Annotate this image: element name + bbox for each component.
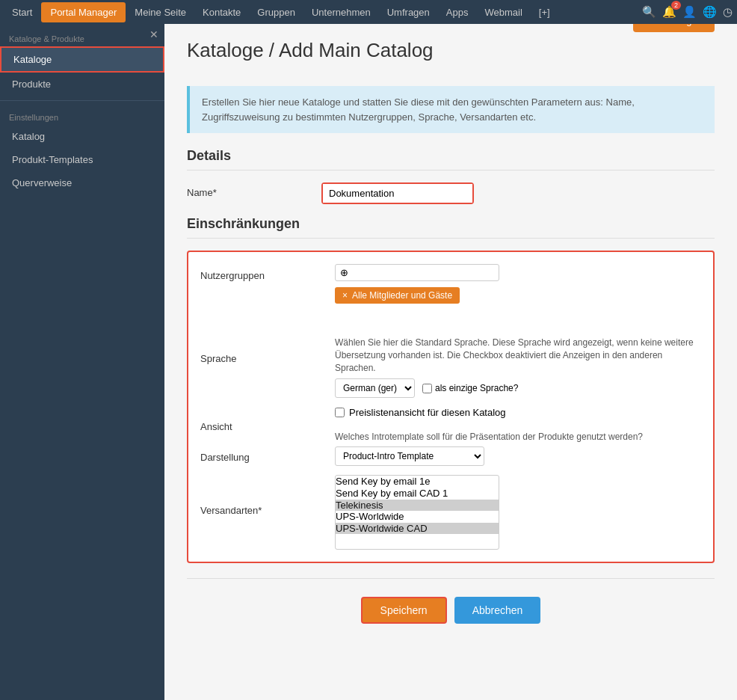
tag-label: Alle Mitglieder und Gäste	[352, 290, 452, 301]
nav-apps[interactable]: Apps	[439, 4, 476, 21]
details-section-title: Details	[187, 148, 715, 171]
nutzergruppen-label: Nutzergruppen	[200, 264, 335, 287]
form-footer: Speichern Abbrechen	[187, 597, 715, 639]
sprache-label: Sprache	[200, 347, 335, 370]
name-input-wrapper	[321, 182, 474, 204]
name-field	[321, 182, 715, 204]
preisliste-label: Preislistenansicht für diesen Katalog	[349, 407, 506, 418]
top-navigation: Start Portal Manager Meine Seite Kontakt…	[0, 0, 737, 24]
sprache-field: Wählen Sie hier die Standard Sprache. Di…	[335, 337, 701, 398]
nav-gruppen[interactable]: Gruppen	[250, 4, 303, 21]
sprache-checkbox-text: als einzige Sprache?	[435, 383, 518, 393]
nav-start[interactable]: Start	[4, 4, 40, 21]
sidebar-section-einstellungen: Einstellungen	[0, 105, 164, 125]
spacer1	[335, 313, 701, 328]
sprache-checkbox-label: als einzige Sprache?	[422, 383, 518, 393]
sidebar: ✕ Kataloge & Produkte Kataloge Produkte …	[0, 24, 164, 700]
sidebar-item-produkte[interactable]: Produkte	[0, 73, 164, 96]
sidebar-item-querverweise[interactable]: Querverweise	[0, 171, 164, 194]
nutzergruppen-field: ⊕ × Alle Mitglieder und Gäste	[335, 264, 701, 304]
user-icon[interactable]: 👤	[682, 5, 697, 19]
search-icon[interactable]: 🔍	[642, 5, 656, 19]
nav-meine-seite[interactable]: Meine Seite	[127, 4, 194, 21]
sidebar-item-kataloge[interactable]: Kataloge	[0, 46, 164, 73]
add-button[interactable]: + Hinzufügen	[633, 24, 715, 32]
restrictions-box: Nutzergruppen Sprache Ansicht Darstellun…	[187, 251, 715, 563]
save-button[interactable]: Speichern	[361, 597, 447, 624]
darstellung-field: Welches Introtemplate soll für die Präse…	[335, 432, 701, 466]
notifications-icon[interactable]: 🔔2	[662, 5, 676, 19]
versandarten-listbox[interactable]: Send Key by email 1e Send Key by email C…	[335, 475, 499, 550]
preisliste-checkbox[interactable]	[335, 408, 345, 417]
top-nav-right: 🔍 🔔2 👤 🌐 ◷	[642, 5, 733, 19]
main-layout: ✕ Kataloge & Produkte Kataloge Produkte …	[0, 24, 737, 700]
versand-option-4[interactable]: UPS-Worldwide	[336, 511, 499, 523]
sprache-info: Wählen Sie hier die Standard Sprache. Di…	[335, 337, 701, 374]
sidebar-divider	[0, 100, 164, 101]
nav-umfragen[interactable]: Umfragen	[380, 4, 437, 21]
restrictions-fields: ⊕ × Alle Mitglieder und Gäste Wählen Sie…	[335, 264, 701, 550]
restrictions-section-title: Einschränkungen	[187, 216, 715, 239]
nutzergruppen-search[interactable]: ⊕	[335, 264, 499, 281]
darstellung-select[interactable]: Product-Intro Template	[335, 446, 484, 466]
page-title: Kataloge / Add Main Catalog	[187, 39, 434, 62]
notification-badge: 2	[671, 1, 681, 10]
nav-plus[interactable]: [+]	[531, 4, 558, 21]
footer-divider	[187, 578, 715, 579]
sidebar-section-kataloge: Kataloge & Produkte	[0, 27, 164, 46]
cancel-button[interactable]: Abbrechen	[454, 597, 541, 624]
tag-x-icon: ×	[342, 290, 348, 301]
versand-option-5[interactable]: UPS-Worldwide CAD	[336, 523, 499, 535]
nutzergruppen-tag[interactable]: × Alle Mitglieder und Gäste	[335, 287, 460, 304]
sprache-select[interactable]: German (ger)	[335, 378, 415, 398]
versandarten-field: Send Key by email 1e Send Key by email C…	[335, 475, 701, 550]
sidebar-item-produkt-templates[interactable]: Produkt-Templates	[0, 148, 164, 171]
preisliste-row: Preislistenansicht für diesen Katalog	[335, 407, 701, 418]
nav-kontakte[interactable]: Kontakte	[195, 4, 248, 21]
nutzergruppen-search-input[interactable]	[351, 267, 494, 278]
versand-option-2[interactable]: Send Key by email CAD 1	[336, 488, 499, 500]
versand-option-3[interactable]: Telekinesis	[336, 500, 499, 512]
darstellung-label: Darstellung	[200, 446, 335, 469]
info-box: Erstellen Sie hier neue Kataloge und sta…	[187, 86, 715, 133]
ansicht-field: Preislistenansicht für diesen Katalog	[335, 407, 701, 423]
sidebar-close-icon[interactable]: ✕	[149, 28, 158, 40]
nav-webmail[interactable]: Webmail	[477, 4, 529, 21]
name-input[interactable]	[323, 184, 472, 203]
main-content: Kataloge / Add Main Catalog + Hinzufügen…	[164, 24, 737, 700]
nav-portal-manager[interactable]: Portal Manager	[41, 2, 126, 22]
darstellung-info: Welches Introtemplate soll für die Präse…	[335, 432, 701, 442]
ansicht-label: Ansicht	[200, 415, 335, 438]
sidebar-item-katalog[interactable]: Katalog	[0, 125, 164, 148]
sprache-controls: German (ger) als einzige Sprache?	[335, 378, 701, 398]
name-form-row: Name*	[187, 182, 715, 204]
versandarten-label: Versandarten*	[200, 499, 335, 522]
nav-unternehmen[interactable]: Unternehmen	[304, 4, 378, 21]
name-label: Name*	[187, 182, 321, 198]
restrictions-labels: Nutzergruppen Sprache Ansicht Darstellun…	[200, 264, 335, 550]
sprache-checkbox[interactable]	[422, 384, 432, 393]
search-icon: ⊕	[340, 267, 348, 278]
versand-option-1[interactable]: Send Key by email 1e	[336, 476, 499, 488]
globe-icon[interactable]: 🌐	[703, 5, 717, 19]
more-icon[interactable]: ◷	[723, 5, 733, 19]
